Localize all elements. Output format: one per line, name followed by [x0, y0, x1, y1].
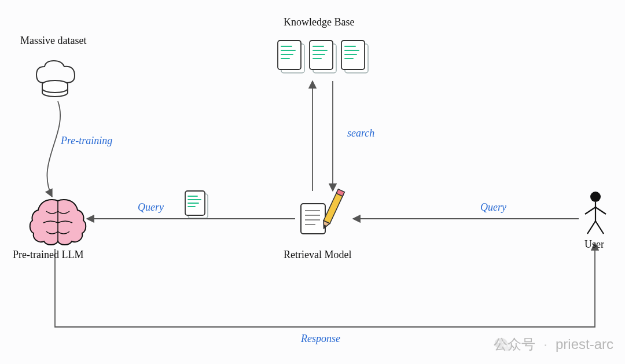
label-user: User [584, 238, 604, 251]
edge-pretraining [47, 101, 60, 197]
label-retrieval-model: Retrieval Model [284, 249, 351, 261]
label-pretrained-llm: Pre-trained LLM [13, 249, 83, 261]
svg-point-21 [502, 343, 513, 351]
edge-label-query-llm: Query [138, 201, 164, 214]
svg-line-15 [595, 207, 606, 214]
svg-line-14 [585, 207, 595, 214]
svg-line-16 [587, 221, 595, 234]
svg-point-23 [502, 341, 504, 343]
diagram-canvas [0, 0, 625, 364]
wechat-icon [494, 335, 513, 355]
watermark: 公众号 · priest-arc [494, 335, 613, 354]
cloud-database-icon [36, 61, 75, 97]
svg-rect-8 [323, 192, 343, 223]
edge-label-pretraining: Pre-training [61, 135, 112, 147]
svg-point-25 [508, 345, 510, 347]
svg-point-24 [505, 345, 506, 347]
brain-icon [30, 200, 86, 245]
edge-label-response: Response [301, 333, 340, 345]
svg-point-12 [590, 192, 601, 202]
edge-label-query-user: Query [480, 201, 506, 214]
stick-figure-icon [585, 192, 606, 234]
edge-label-search: search [347, 127, 374, 139]
watermark-separator: · [543, 336, 547, 352]
svg-point-22 [498, 341, 499, 343]
document-stack-icon [278, 41, 368, 73]
svg-line-17 [595, 221, 604, 234]
document-icon [185, 191, 208, 218]
note-pencil-icon [301, 189, 344, 234]
label-massive-dataset: Massive dataset [20, 35, 86, 47]
label-knowledge-base: Knowledge Base [284, 16, 354, 28]
watermark-name: priest-arc [556, 336, 613, 352]
svg-rect-7 [301, 204, 325, 234]
